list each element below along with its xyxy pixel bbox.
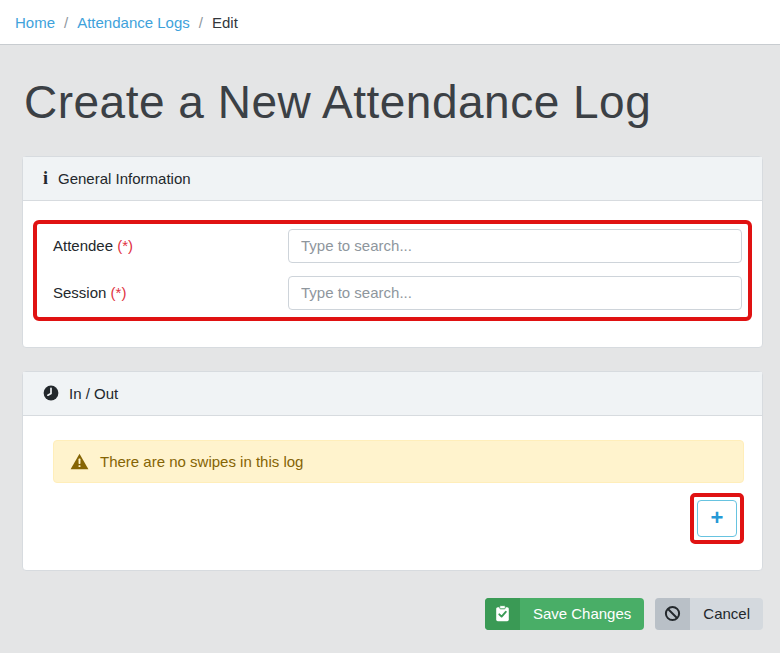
no-swipes-alert-text: There are no swipes in this log bbox=[100, 453, 303, 470]
annotation-highlight-fields: Attendee (*) Session (*) bbox=[33, 220, 752, 321]
in-out-card: In / Out There are no swipes in this log… bbox=[22, 371, 763, 571]
general-information-card-title: General Information bbox=[58, 170, 191, 187]
in-out-card-body: There are no swipes in this log + bbox=[23, 416, 762, 570]
breadcrumb-current: Edit bbox=[212, 14, 238, 31]
cancel-label: Cancel bbox=[690, 598, 763, 630]
general-information-card-body: Attendee (*) Session (*) bbox=[23, 201, 762, 347]
warning-icon bbox=[70, 453, 89, 470]
attendee-label: Attendee (*) bbox=[50, 237, 288, 254]
save-changes-label: Save Changes bbox=[520, 598, 644, 630]
info-icon: i bbox=[43, 169, 48, 187]
add-swipe-row: + bbox=[53, 493, 744, 544]
breadcrumb: Home / Attendance Logs / Edit bbox=[0, 0, 780, 45]
session-form-row: Session (*) bbox=[50, 276, 742, 310]
add-swipe-button[interactable]: + bbox=[697, 500, 737, 537]
attendee-search-input[interactable] bbox=[288, 229, 742, 263]
session-search-input[interactable] bbox=[288, 276, 742, 310]
in-out-card-header: In / Out bbox=[23, 372, 762, 416]
session-label: Session (*) bbox=[50, 284, 288, 301]
plus-icon: + bbox=[711, 507, 724, 529]
save-changes-button[interactable]: Save Changes bbox=[485, 598, 644, 630]
in-out-card-title: In / Out bbox=[69, 385, 118, 402]
attendee-form-row: Attendee (*) bbox=[50, 229, 742, 263]
general-information-card-header: i General Information bbox=[23, 157, 762, 201]
ban-icon bbox=[655, 598, 690, 630]
annotation-highlight-add-button: + bbox=[690, 493, 744, 544]
breadcrumb-attendance-logs-link[interactable]: Attendance Logs bbox=[77, 14, 190, 31]
breadcrumb-separator: / bbox=[199, 14, 203, 31]
breadcrumb-home-link[interactable]: Home bbox=[15, 14, 55, 31]
main-content: Create a New Attendance Log i General In… bbox=[0, 76, 780, 630]
clock-icon bbox=[43, 385, 59, 401]
required-mark: (*) bbox=[111, 284, 127, 301]
form-actions: Save Changes Cancel bbox=[22, 598, 763, 630]
required-mark: (*) bbox=[117, 237, 133, 254]
breadcrumb-separator: / bbox=[64, 14, 68, 31]
cancel-button[interactable]: Cancel bbox=[655, 598, 763, 630]
no-swipes-alert: There are no swipes in this log bbox=[53, 440, 744, 483]
general-information-card: i General Information Attendee (*) Sessi… bbox=[22, 156, 763, 348]
clipboard-check-icon bbox=[485, 598, 520, 630]
page-title: Create a New Attendance Log bbox=[24, 76, 763, 129]
